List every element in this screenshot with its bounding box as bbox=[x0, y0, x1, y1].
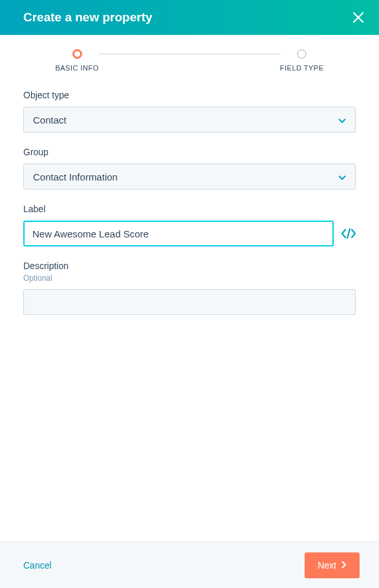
next-button-label: Next bbox=[318, 560, 336, 571]
cancel-button[interactable]: Cancel bbox=[23, 560, 52, 571]
group-select[interactable]: Contact Information bbox=[23, 164, 356, 190]
stepper: BASIC INFO FIELD TYPE bbox=[0, 35, 379, 83]
field-label: Label bbox=[23, 204, 356, 246]
step-circle-active bbox=[72, 49, 82, 59]
label-field-label: Label bbox=[23, 204, 356, 214]
object-type-select[interactable]: Contact bbox=[23, 107, 356, 133]
object-type-label: Object type bbox=[23, 90, 356, 100]
code-icon[interactable] bbox=[341, 228, 356, 239]
modal-title: Create a new property bbox=[23, 10, 153, 25]
step-field-type[interactable]: FIELD TYPE bbox=[280, 49, 324, 72]
description-label: Description bbox=[23, 261, 356, 271]
chevron-right-icon bbox=[341, 560, 347, 571]
modal-header: Create a new property bbox=[0, 0, 379, 35]
description-input[interactable] bbox=[23, 289, 356, 315]
step-label: FIELD TYPE bbox=[280, 64, 324, 72]
close-icon[interactable] bbox=[351, 10, 366, 25]
chevron-down-icon bbox=[338, 114, 346, 125]
chevron-down-icon bbox=[338, 171, 346, 182]
object-type-value: Contact bbox=[33, 114, 67, 125]
form-area: Object type Contact Group Contact Inform… bbox=[0, 83, 379, 541]
modal-footer: Cancel Next bbox=[0, 541, 379, 588]
step-connector bbox=[99, 54, 280, 54]
group-value: Contact Information bbox=[33, 171, 118, 182]
field-group: Group Contact Information bbox=[23, 147, 356, 190]
step-basic-info[interactable]: BASIC INFO bbox=[55, 49, 98, 72]
field-description: Description Optional bbox=[23, 261, 356, 318]
next-button[interactable]: Next bbox=[305, 552, 360, 578]
group-label: Group bbox=[23, 147, 356, 157]
label-input[interactable] bbox=[23, 221, 334, 246]
description-sublabel: Optional bbox=[23, 274, 356, 283]
field-object-type: Object type Contact bbox=[23, 90, 356, 133]
step-label: BASIC INFO bbox=[55, 64, 98, 72]
step-circle-inactive bbox=[297, 49, 307, 59]
